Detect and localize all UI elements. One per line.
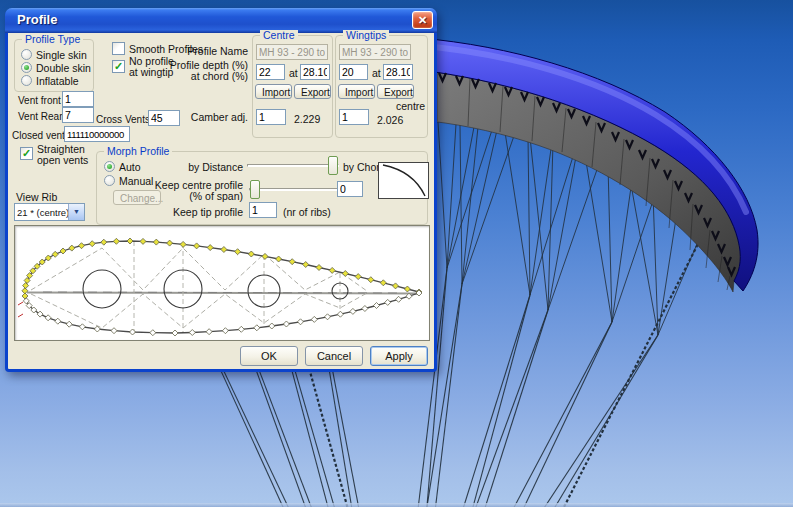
wingtips-group: Wingtips at Import Export centre 2.026 <box>335 35 428 138</box>
keep-centre-slider[interactable] <box>249 180 339 199</box>
wingtips-import-button[interactable]: Import <box>338 84 375 99</box>
by-distance-slider-thumb[interactable] <box>328 156 338 175</box>
keep-tip-input[interactable] <box>249 202 277 218</box>
morph-profile-group: Morph Profile Auto Manual Change... by D… <box>96 151 428 225</box>
keep-tip-suffix: (nr of ribs) <box>283 206 331 218</box>
smooth-profiles-checkbox[interactable]: ✓ <box>112 42 125 55</box>
centre-camber-value: 2.229 <box>294 113 320 125</box>
profile-type-title: Profile Type <box>22 34 83 45</box>
centre-at-label: at <box>289 67 298 79</box>
closed-vents-input[interactable] <box>64 126 130 142</box>
wingtips-export-button[interactable]: Export <box>377 84 414 99</box>
check-icon: ✓ <box>22 148 32 158</box>
straighten-label-2: open vents <box>37 154 88 166</box>
profile-type-group: Profile Type Single skin Double skin Inf… <box>14 39 94 92</box>
by-distance-slider-track[interactable] <box>247 164 339 167</box>
radio-morph-manual[interactable] <box>104 175 115 186</box>
vent-front-label: Vent front <box>18 95 61 107</box>
profile-name-label: Profile Name <box>158 45 248 57</box>
view-rib-label: View Rib <box>16 191 57 203</box>
camber-adj-label: Camber adj. <box>158 111 248 123</box>
centre-note-label: centre <box>396 100 425 112</box>
check-icon: ✓ <box>114 61 124 71</box>
by-distance-label: by Distance <box>157 161 243 173</box>
centre-profile-name-input <box>256 44 328 60</box>
morph-curve-graph <box>378 162 429 199</box>
wingtips-at-label: at <box>372 67 381 79</box>
vent-rear-input[interactable] <box>62 107 94 123</box>
centre-depth-input[interactable] <box>256 64 285 80</box>
wingtips-camber-input[interactable] <box>339 109 369 125</box>
keep-tip-label: Keep tip profile <box>137 206 243 218</box>
view-rib-value: 21 * (centre) <box>17 207 69 218</box>
centre-group-title: Centre <box>260 30 298 41</box>
vent-front-input[interactable] <box>62 91 94 107</box>
straighten-checkbox[interactable]: ✓ <box>20 147 33 160</box>
morph-group-title: Morph Profile <box>104 146 172 157</box>
centre-camber-input[interactable] <box>256 109 286 125</box>
cancel-button[interactable]: Cancel <box>305 346 363 366</box>
keep-centre-slider-track[interactable] <box>249 188 339 191</box>
wingtips-chord-input[interactable] <box>383 64 413 80</box>
wingtips-depth-input[interactable] <box>339 64 368 80</box>
centre-group: Centre at Import Export 2.229 <box>252 35 333 138</box>
at-chord-label: at chord (%) <box>148 70 248 82</box>
centre-export-button[interactable]: Export <box>294 84 331 99</box>
radio-morph-auto-label: Auto <box>119 161 141 173</box>
apply-button[interactable]: Apply <box>370 346 428 366</box>
centre-chord-input[interactable] <box>300 64 330 80</box>
airfoil-preview-panel <box>14 225 430 341</box>
radio-morph-auto[interactable] <box>104 161 115 172</box>
keep-centre-slider-thumb[interactable] <box>250 180 260 199</box>
close-icon[interactable]: ✕ <box>412 11 433 29</box>
dialog-title: Profile <box>17 12 57 27</box>
vent-rear-label: Vent Rear <box>18 111 62 123</box>
keep-centre-input[interactable] <box>337 181 363 197</box>
keep-centre-label-2: (% of span) <box>127 190 243 202</box>
profile-dialog: Profile ✕ Profile Type Single skin Doubl… <box>5 8 437 372</box>
ok-button[interactable]: OK <box>240 346 298 366</box>
closed-vents-label: Closed vents <box>12 130 70 142</box>
wingtips-group-title: Wingtips <box>343 30 389 41</box>
wingtips-profile-name-input <box>339 44 411 60</box>
cross-vents-label: Cross Vents <box>96 114 150 126</box>
radio-double-skin-label: Double skin <box>36 62 91 74</box>
chevron-down-icon[interactable]: ▼ <box>68 204 84 220</box>
by-distance-slider[interactable] <box>247 156 339 175</box>
view-rib-dropdown[interactable]: 21 * (centre) ▼ <box>14 203 85 221</box>
radio-single-skin-label: Single skin <box>36 49 87 61</box>
wingtips-camber-value: 2.026 <box>377 114 403 126</box>
radio-inflatable-label: Inflatable <box>36 75 79 87</box>
dialog-body: Profile Type Single skin Double skin Inf… <box>8 33 434 369</box>
radio-double-skin[interactable] <box>21 62 32 73</box>
radio-inflatable[interactable] <box>21 75 32 86</box>
no-profile-checkbox[interactable]: ✓ <box>112 60 125 73</box>
window-bottom-edge <box>0 503 793 507</box>
radio-single-skin[interactable] <box>21 49 32 60</box>
centre-import-button[interactable]: Import <box>255 84 292 99</box>
